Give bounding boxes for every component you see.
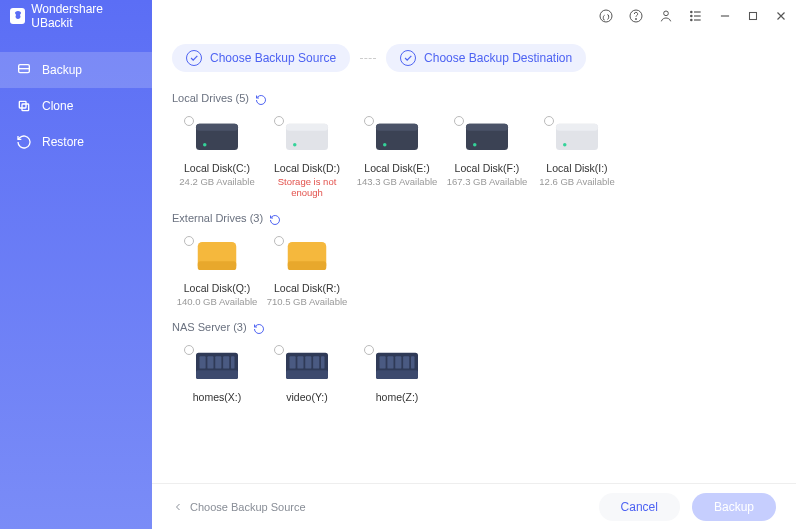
drive-item[interactable]: Local Disk(F:) 167.3 GB Available [442, 112, 532, 198]
help-icon[interactable] [628, 8, 644, 24]
maximize-button[interactable] [746, 9, 760, 23]
drive-radio[interactable] [274, 116, 284, 126]
svg-point-13 [203, 143, 207, 147]
drive-radio[interactable] [454, 116, 464, 126]
drive-name: home(Z:) [376, 391, 419, 403]
svg-point-25 [563, 143, 567, 147]
step-connector [360, 58, 376, 59]
refresh-icon[interactable] [269, 212, 281, 224]
section-head-external: External Drives (3) [172, 212, 776, 224]
drive-item[interactable]: video(Y:) [262, 341, 352, 403]
cancel-button[interactable]: Cancel [599, 493, 680, 521]
drive-icon [189, 236, 245, 276]
svg-rect-36 [231, 356, 235, 368]
drive-icon [369, 116, 425, 156]
svg-point-6 [664, 11, 669, 16]
step-source-chip[interactable]: Choose Backup Source [172, 44, 350, 72]
svg-rect-46 [380, 356, 386, 368]
drive-icon [549, 116, 605, 156]
svg-rect-48 [395, 356, 401, 368]
nav-item-clone[interactable]: Clone [0, 88, 152, 124]
svg-rect-42 [313, 356, 319, 368]
svg-rect-45 [376, 370, 418, 379]
nav-item-restore[interactable]: Restore [0, 124, 152, 160]
close-button[interactable] [774, 9, 788, 23]
nav-item-label: Clone [42, 99, 73, 113]
drive-radio[interactable] [184, 116, 194, 126]
drive-item[interactable]: Local Disk(C:) 24.2 GB Available [172, 112, 262, 198]
svg-rect-35 [223, 356, 229, 368]
titlebar [152, 0, 796, 32]
list-icon[interactable] [688, 8, 704, 24]
drive-sub: 140.0 GB Available [177, 296, 258, 307]
drive-radio[interactable] [274, 345, 284, 355]
section-head-local: Local Drives (5) [172, 92, 776, 104]
svg-rect-34 [215, 356, 221, 368]
section-label-nas: NAS Server (3) [172, 321, 247, 333]
drive-icon [189, 116, 245, 156]
drive-item[interactable]: Local Disk(E:) 143.3 GB Available [352, 112, 442, 198]
refresh-icon[interactable] [253, 321, 265, 333]
nav-item-label: Restore [42, 135, 84, 149]
drive-radio[interactable] [364, 116, 374, 126]
svg-rect-29 [288, 261, 327, 270]
svg-rect-31 [196, 370, 238, 379]
svg-rect-12 [196, 124, 238, 131]
drive-item[interactable]: Local Disk(Q:) 140.0 GB Available [172, 232, 262, 307]
drive-item[interactable]: Local Disk(R:) 710.5 GB Available [262, 232, 352, 307]
step-dest-chip[interactable]: Choose Backup Destination [386, 44, 586, 72]
drive-item[interactable]: homes(X:) [172, 341, 262, 403]
drive-sub: 710.5 GB Available [267, 296, 348, 307]
drive-item[interactable]: Local Disk(D:) Storage is not enough [262, 112, 352, 198]
svg-rect-27 [198, 261, 237, 270]
drive-icon [279, 345, 335, 385]
drive-name: Local Disk(D:) [274, 162, 340, 174]
svg-rect-49 [403, 356, 409, 368]
step-dest-label: Choose Backup Destination [424, 51, 572, 65]
app-logo-icon [10, 8, 25, 24]
content-scroll[interactable]: Local Drives (5) Local Disk(C:) 24.2 GB … [152, 78, 796, 529]
svg-rect-32 [200, 356, 206, 368]
backup-button[interactable]: Backup [692, 493, 776, 521]
svg-rect-47 [387, 356, 393, 368]
svg-rect-43 [321, 356, 325, 368]
drive-sub: 167.3 GB Available [447, 176, 528, 187]
drive-radio[interactable] [184, 236, 194, 246]
main-panel: Choose Backup Source Choose Backup Desti… [152, 0, 796, 529]
drive-radio[interactable] [544, 116, 554, 126]
svg-point-5 [635, 18, 636, 19]
drive-radio[interactable] [274, 236, 284, 246]
drive-item[interactable]: home(Z:) [352, 341, 442, 403]
footer-buttons: Cancel Backup [599, 493, 776, 521]
drive-radio[interactable] [184, 345, 194, 355]
appbar: Wondershare UBackit [0, 0, 152, 32]
drive-item[interactable]: Local Disk(I:) 12.6 GB Available [532, 112, 622, 198]
minimize-button[interactable] [718, 9, 732, 23]
drive-radio[interactable] [364, 345, 374, 355]
nav-item-backup[interactable]: Backup [0, 52, 152, 88]
nav-item-label: Backup [42, 63, 82, 77]
checkmark-icon [400, 50, 416, 66]
drive-sub: Storage is not enough [262, 176, 352, 198]
drive-name: video(Y:) [286, 391, 327, 403]
svg-point-7 [691, 11, 692, 12]
svg-rect-40 [297, 356, 303, 368]
svg-point-19 [383, 143, 387, 147]
drive-sub: 12.6 GB Available [539, 176, 614, 187]
steps-bar: Choose Backup Source Choose Backup Desti… [152, 32, 796, 78]
checkmark-icon [186, 50, 202, 66]
svg-point-9 [691, 19, 692, 20]
local-drive-grid: Local Disk(C:) 24.2 GB Available Local D… [172, 112, 776, 198]
support-icon[interactable] [598, 8, 614, 24]
step-source-label: Choose Backup Source [210, 51, 336, 65]
svg-rect-33 [207, 356, 213, 368]
refresh-icon[interactable] [255, 92, 267, 104]
svg-point-22 [473, 143, 477, 147]
footer-source-label: Choose Backup Source [190, 501, 306, 513]
svg-rect-39 [290, 356, 296, 368]
user-icon[interactable] [658, 8, 674, 24]
drive-icon [279, 116, 335, 156]
section-label-local: Local Drives (5) [172, 92, 249, 104]
drive-sub: 143.3 GB Available [357, 176, 438, 187]
section-head-nas: NAS Server (3) [172, 321, 776, 333]
